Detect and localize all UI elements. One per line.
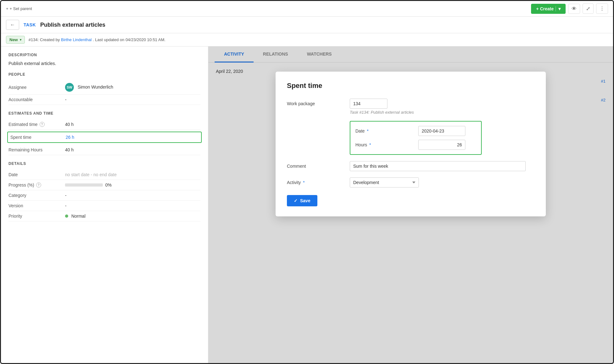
hours-required-indicator: *: [369, 142, 371, 147]
fullscreen-icon: ⤢: [586, 6, 590, 11]
assignee-name: Simon Wunderlich: [78, 84, 113, 90]
more-button[interactable]: ⋮: [596, 3, 608, 14]
estimates-section-title: ESTIMATES AND TIME: [8, 111, 200, 116]
comment-input[interactable]: [350, 161, 526, 171]
progress-bar-container: 0%: [65, 182, 200, 187]
assignee-avatar: SW: [65, 83, 74, 92]
back-icon: ←: [10, 22, 15, 27]
modal-activity-value: Development Design Testing Management: [350, 177, 535, 187]
modal-wp-label: Work package: [287, 99, 350, 106]
remaining-hours-value: 40 h: [65, 147, 200, 152]
status-dropdown-arrow: ▾: [20, 38, 21, 41]
task-type-label: TASK: [24, 22, 36, 27]
modal-activity-label: Activity *: [287, 177, 350, 185]
modal-comment-value: [350, 161, 535, 171]
estimated-time-info-icon[interactable]: ?: [40, 122, 45, 127]
modal-wp-value-container: Task #134: Publish external articles: [350, 99, 535, 115]
date-required-indicator: *: [367, 128, 369, 133]
main-content: DESCRIPTION Publish external articles. P…: [1, 46, 613, 363]
date-row: Date no start date - no end date: [8, 170, 200, 180]
date-hours-spacer: [287, 121, 350, 155]
activity-select[interactable]: Development Design Testing Management: [350, 177, 419, 187]
modal-wp-row: Work package Task #134: Publish external…: [287, 99, 535, 115]
hours-input[interactable]: [418, 140, 465, 150]
description-text: Publish external articles.: [8, 61, 200, 66]
category-value: -: [65, 193, 200, 198]
more-icon: ⋮: [600, 6, 605, 11]
modal-comment-row: Comment: [287, 161, 535, 171]
eye-icon: 👁: [572, 6, 577, 11]
people-section-title: PEOPLE: [8, 72, 200, 77]
modal-hours-label: Hours *: [355, 142, 418, 147]
author-link[interactable]: Birthe Lindenthal: [61, 37, 92, 42]
version-label: Version: [8, 203, 65, 208]
accountable-value: -: [65, 97, 200, 102]
date-hours-group: Date * Hours *: [350, 121, 482, 155]
spent-time-label[interactable]: Spent time: [9, 135, 66, 140]
top-right-actions: + Create ▾ 👁 ⤢ ⋮: [531, 3, 608, 14]
estimated-time-label: Estimated time ?: [8, 122, 65, 127]
progress-bar-track: [65, 183, 103, 187]
version-value: -: [65, 203, 200, 208]
task-header: ← TASK Publish external articles: [1, 17, 613, 33]
modal-overlay: Spent time Work package Task #134: Publi…: [208, 46, 613, 363]
plus-icon: +: [6, 6, 8, 11]
meta-text: #134: Created by Birthe Lindenthal . Las…: [29, 37, 166, 42]
left-panel: DESCRIPTION Publish external articles. P…: [1, 46, 208, 363]
back-button[interactable]: ←: [6, 20, 19, 30]
spent-time-row: Spent time 26 h: [7, 132, 202, 143]
create-button[interactable]: + Create ▾: [531, 4, 566, 14]
date-hours-wrapper: Date * Hours *: [287, 121, 535, 155]
category-label: Category: [8, 193, 65, 198]
version-row: Version -: [8, 201, 200, 211]
right-panel-wrapper: ACTIVITY RELATIONS WATCHERS April 22, 20…: [208, 46, 613, 363]
status-bar: New ▾ #134: Created by Birthe Lindenthal…: [1, 33, 613, 46]
status-badge[interactable]: New ▾: [6, 36, 25, 44]
fullscreen-button[interactable]: ⤢: [583, 3, 594, 14]
progress-info-icon[interactable]: ?: [36, 182, 41, 187]
save-button[interactable]: ✓ Save: [287, 195, 317, 206]
checkmark-icon: ✓: [294, 198, 298, 203]
modal-date-row: Date *: [355, 126, 476, 136]
set-parent-link[interactable]: + + Set parent: [6, 6, 32, 11]
assignee-value: SW Simon Wunderlich: [65, 83, 200, 92]
priority-dot: [65, 215, 68, 218]
priority-label: Priority: [8, 214, 65, 219]
estimated-time-value: 40 h: [65, 122, 200, 127]
task-title: Publish external articles: [40, 22, 105, 28]
category-row: Category -: [8, 190, 200, 201]
modal-comment-label: Comment: [287, 161, 350, 169]
priority-row: Priority Normal: [8, 211, 200, 221]
modal-activity-row: Activity * Development Design Testing Ma…: [287, 177, 535, 187]
progress-label: Progress (%) ?: [8, 182, 65, 187]
modal-date-label: Date *: [355, 128, 418, 133]
assignee-row: Assignee SW Simon Wunderlich: [8, 80, 200, 95]
eye-button[interactable]: 👁: [568, 4, 580, 14]
create-dropdown-arrow[interactable]: ▾: [556, 6, 561, 11]
modal-actions: ✓ Save: [287, 195, 535, 206]
accountable-label: Accountable: [8, 97, 65, 102]
spent-time-container: Spent time 26 h: [8, 130, 200, 145]
date-input[interactable]: [418, 126, 465, 136]
remaining-hours-label: Remaining Hours: [8, 147, 65, 152]
progress-value: 0%: [65, 182, 200, 187]
modal-hours-row: Hours *: [355, 140, 476, 150]
date-value: no start date - no end date: [65, 172, 200, 177]
top-bar: + + Set parent + Create ▾ 👁 ⤢ ⋮: [1, 1, 613, 17]
work-package-input[interactable]: [350, 99, 387, 109]
modal-title: Spent time: [287, 82, 535, 90]
spent-time-modal: Spent time Work package Task #134: Publi…: [276, 72, 546, 216]
remaining-hours-row: Remaining Hours 40 h: [8, 145, 200, 155]
spent-time-value[interactable]: 26 h: [66, 135, 200, 140]
details-section-title: DETAILS: [8, 161, 200, 166]
assignee-label: Assignee: [8, 85, 65, 90]
description-section-title: DESCRIPTION: [8, 53, 200, 57]
priority-value: Normal: [65, 214, 200, 219]
work-package-sub-label: Task #134: Publish external articles: [350, 110, 535, 115]
activity-required-indicator: *: [303, 180, 304, 185]
accountable-row: Accountable -: [8, 95, 200, 105]
date-label: Date: [8, 172, 65, 177]
estimated-time-row: Estimated time ? 40 h: [8, 119, 200, 130]
progress-row: Progress (%) ? 0%: [8, 180, 200, 190]
